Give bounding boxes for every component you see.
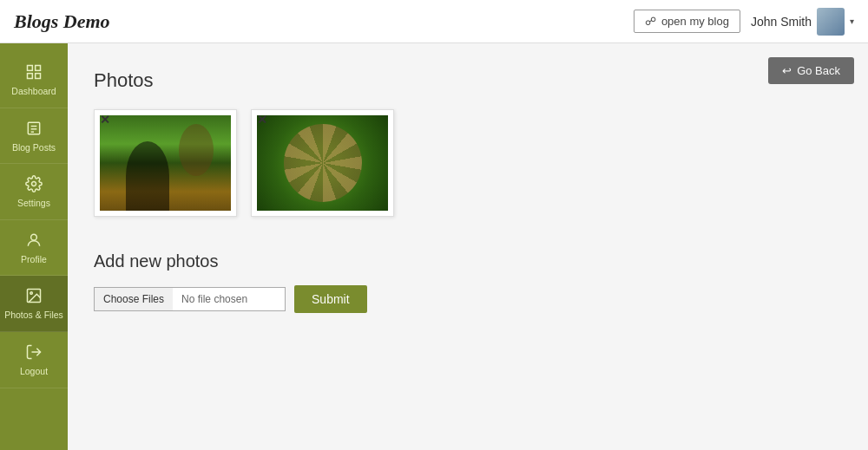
file-upload-row: Choose Files No file chosen Submit [94, 285, 842, 313]
header-right: ☍ open my blog John Smith ▾ [634, 8, 854, 36]
photo-image-2 [257, 115, 388, 211]
photo-card-2: ✕ [251, 109, 394, 217]
photo-image-1 [100, 115, 231, 211]
app-logo: Blogs Demo [14, 10, 110, 33]
sidebar-item-dashboard[interactable]: Dashboard [0, 52, 68, 108]
photo-close-2[interactable]: ✕ [257, 114, 267, 126]
layout: Dashboard Blog Posts Settings Profile Ph [0, 43, 868, 450]
sidebar-label-dashboard: Dashboard [11, 86, 56, 97]
settings-icon [24, 174, 43, 193]
sidebar-item-blog-posts[interactable]: Blog Posts [0, 108, 68, 165]
photos-section-title: Photos [94, 69, 842, 92]
main-content: ↩ Go Back Photos ✕ ✕ Add new photos Choo… [68, 43, 868, 450]
profile-icon [24, 231, 43, 250]
svg-rect-3 [36, 74, 41, 79]
svg-rect-0 [28, 66, 33, 71]
file-name-display: No file chosen [173, 287, 286, 311]
sidebar-label-blog-posts: Blog Posts [12, 142, 56, 153]
sidebar-label-logout: Logout [20, 366, 48, 377]
sidebar-label-settings: Settings [17, 198, 50, 209]
dashboard-icon [24, 62, 43, 82]
open-blog-button[interactable]: ☍ open my blog [634, 10, 740, 33]
sidebar-item-photos-files[interactable]: Photos & Files [0, 276, 68, 332]
user-name: John Smith [751, 15, 812, 29]
photo-card-1: ✕ [94, 109, 237, 217]
go-back-button[interactable]: ↩ Go Back [768, 57, 854, 84]
svg-rect-1 [36, 66, 41, 71]
svg-point-9 [31, 234, 37, 240]
photo-close-1[interactable]: ✕ [100, 114, 110, 126]
svg-point-11 [30, 292, 33, 295]
choose-files-button[interactable]: Choose Files [94, 287, 173, 311]
photos-grid: ✕ ✕ [94, 109, 842, 217]
svg-point-8 [32, 182, 36, 186]
sidebar: Dashboard Blog Posts Settings Profile Ph [0, 43, 68, 450]
back-arrow-icon: ↩ [782, 64, 792, 77]
photos-files-icon [24, 286, 43, 305]
avatar [817, 8, 845, 36]
sidebar-item-settings[interactable]: Settings [0, 164, 68, 220]
external-link-icon: ☍ [645, 15, 656, 28]
sidebar-item-profile[interactable]: Profile [0, 220, 68, 277]
file-input-wrapper: Choose Files No file chosen [94, 287, 286, 311]
logout-icon [24, 342, 43, 362]
sidebar-label-photos-files: Photos & Files [4, 310, 63, 321]
sidebar-item-logout[interactable]: Logout [0, 332, 68, 388]
svg-rect-2 [28, 74, 33, 79]
chevron-down-icon: ▾ [850, 16, 854, 26]
blog-posts-icon [24, 119, 43, 138]
user-menu[interactable]: John Smith ▾ [751, 8, 854, 36]
add-photos-title: Add new photos [94, 251, 842, 271]
sidebar-label-profile: Profile [21, 254, 47, 265]
avatar-image [817, 8, 845, 36]
submit-button[interactable]: Submit [294, 285, 367, 313]
header: Blogs Demo ☍ open my blog John Smith ▾ [0, 0, 868, 43]
